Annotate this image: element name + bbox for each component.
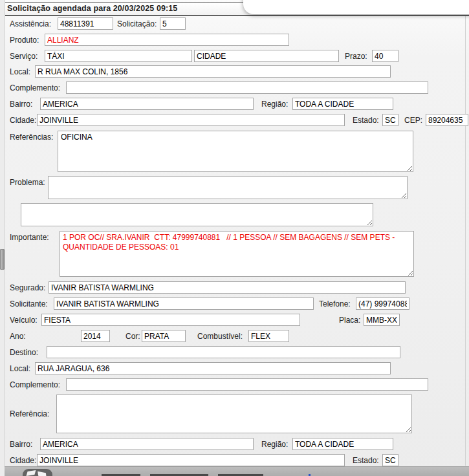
referencias-label: Referências:: [10, 131, 53, 144]
row-referencias: Referências: OFICINA: [5, 131, 469, 173]
left-scrollbar-thumb[interactable]: [0, 249, 5, 270]
row-local-origem: Local:: [5, 65, 469, 78]
placa-label: Placa:: [339, 314, 360, 327]
local-origem-input[interactable]: [35, 65, 391, 78]
row-assistencia: Assistência: Solicitação:: [5, 17, 469, 30]
problema-label: Problema:: [10, 176, 45, 189]
bairro-destino-label: Bairro:: [10, 438, 32, 451]
row-complemento-destino: Complemento:: [5, 378, 469, 391]
ano-label: Ano:: [10, 330, 26, 343]
ano-input[interactable]: [81, 330, 110, 342]
prazo-input[interactable]: [372, 50, 398, 62]
prazo-label: Prazo:: [345, 50, 367, 63]
cidade-destino-label: Cidade:: [10, 454, 36, 467]
solicitante-input[interactable]: [54, 298, 314, 310]
cor-label: Cor:: [125, 330, 140, 343]
complemento-destino-label: Complemento:: [10, 378, 60, 391]
problema-textarea[interactable]: [48, 176, 408, 199]
combustivel-label: Combustível:: [197, 330, 243, 343]
cidade-origem-label: Cidade:: [10, 114, 36, 127]
row-bairro-destino: Bairro: Região:: [5, 438, 469, 451]
local-destino-input[interactable]: [35, 362, 391, 374]
solicitacao-form-panel: Solicitação agendada para 20/03/2025 09:…: [0, 0, 469, 476]
servico-label: Serviço:: [10, 50, 38, 63]
solicitacao-label: Solicitação:: [117, 17, 157, 30]
regiao-destino-input[interactable]: [292, 438, 393, 450]
row-referencia-destino: Referência:: [5, 395, 469, 435]
regiao-destino-label: Região:: [261, 438, 288, 451]
placa-input[interactable]: [364, 314, 400, 326]
servico-categoria-input[interactable]: [194, 50, 339, 62]
estado-origem-input[interactable]: [382, 114, 398, 126]
segurado-input[interactable]: [49, 281, 406, 294]
row-veiculo: Veículo: Placa:: [5, 314, 469, 327]
veiculo-label: Veículo:: [10, 314, 38, 327]
cor-input[interactable]: [142, 330, 186, 342]
row-ano-cor-combustivel: Ano: Cor: Combustível:: [5, 330, 469, 343]
bairro-origem-label: Bairro:: [10, 98, 32, 111]
assistencia-input[interactable]: [58, 17, 113, 30]
combustivel-input[interactable]: [248, 330, 289, 342]
bottom-bar: [5, 466, 469, 476]
cidade-origem-input[interactable]: [37, 114, 345, 126]
row-complemento-origem: Complemento:: [5, 81, 469, 94]
telefone-input[interactable]: [356, 298, 409, 310]
regiao-origem-label: Região:: [261, 98, 288, 111]
complemento-origem-input[interactable]: [66, 81, 428, 94]
row-segurado: Segurado:: [5, 281, 469, 294]
row-cidade-origem: Cidade: Estado: CEP:: [5, 114, 469, 127]
complemento-origem-label: Complemento:: [10, 81, 60, 94]
solicitacao-input[interactable]: [160, 17, 186, 30]
produto-label: Produto:: [10, 34, 39, 47]
estado-destino-input[interactable]: [382, 454, 398, 466]
row-observacao: [5, 203, 469, 228]
cep-origem-label: CEP:: [404, 114, 422, 127]
bairro-destino-input[interactable]: [40, 438, 254, 450]
destino-input[interactable]: [47, 346, 400, 358]
row-bairro-origem: Bairro: Região:: [5, 98, 469, 111]
cidade-destino-input[interactable]: [37, 454, 345, 466]
referencia-destino-textarea[interactable]: [56, 395, 412, 433]
complemento-destino-input[interactable]: [66, 378, 428, 391]
row-destino: Destino:: [5, 346, 469, 359]
segurado-label: Segurado:: [10, 281, 45, 294]
cep-origem-input[interactable]: [426, 114, 468, 126]
veiculo-input[interactable]: [41, 314, 300, 326]
row-problema: Problema:: [5, 176, 469, 200]
local-destino-label: Local:: [10, 362, 30, 375]
referencias-textarea[interactable]: OFICINA: [58, 131, 413, 172]
row-servico: Serviço: Prazo:: [5, 50, 469, 63]
row-local-destino: Local:: [5, 362, 469, 375]
bairro-origem-input[interactable]: [40, 98, 254, 110]
left-scrollbar[interactable]: [0, 0, 5, 476]
regiao-origem-input[interactable]: [292, 98, 393, 110]
row-produto: Produto:: [5, 34, 469, 47]
globe-icon: [23, 469, 52, 476]
importante-label: Importante:: [10, 231, 49, 244]
assistencia-label: Assistência:: [10, 17, 51, 30]
popup-overlay: [243, 0, 469, 14]
servico-input[interactable]: [45, 50, 192, 62]
estado-origem-label: Estado:: [353, 114, 379, 127]
produto-input[interactable]: [45, 34, 289, 46]
observacao-textarea[interactable]: [21, 203, 373, 226]
row-importante: Importante: 1 POR OC// SRA.IVANIR CTT: 4…: [5, 231, 469, 278]
estado-destino-label: Estado:: [353, 454, 379, 467]
telefone-label: Telefone:: [319, 298, 351, 310]
solicitante-label: Solicitante:: [10, 298, 48, 310]
referencia-destino-label: Referência:: [10, 407, 49, 420]
destino-label: Destino:: [10, 346, 38, 359]
row-cidade-destino: Cidade: Estado:: [5, 454, 469, 467]
row-solicitante: Solicitante: Telefone:: [5, 298, 469, 310]
importante-textarea[interactable]: 1 POR OC// SRA.IVANIR CTT: 47999740881 /…: [60, 231, 414, 277]
local-origem-label: Local:: [10, 65, 30, 78]
